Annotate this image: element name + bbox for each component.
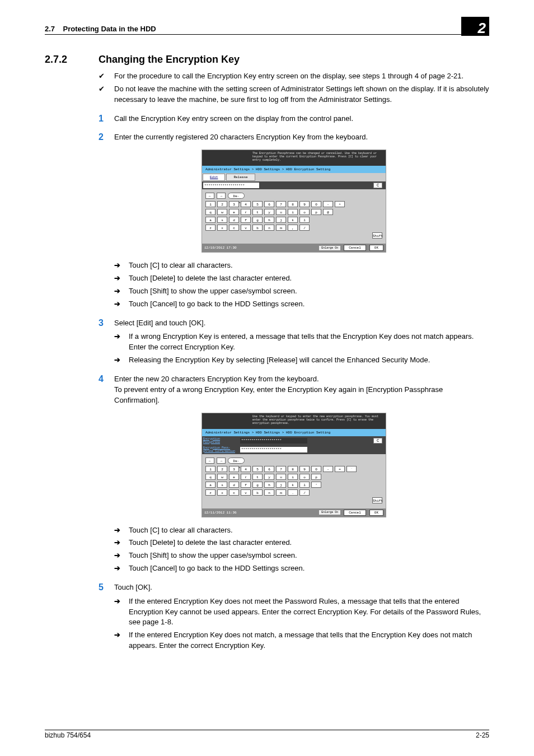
cancel-button[interactable]: Cancel — [344, 510, 366, 516]
keyboard-key[interactable]: ` — [346, 466, 357, 472]
keyboard-key[interactable]: q — [205, 209, 216, 215]
keyboard-key[interactable]: 2 — [217, 466, 227, 472]
cancel-button[interactable]: Cancel — [344, 245, 366, 251]
keyboard-key[interactable]: x — [217, 489, 227, 496]
keyboard-key[interactable]: r — [241, 209, 251, 215]
keyboard-key[interactable]: 6 — [264, 201, 274, 207]
keyboard-key[interactable]: x — [217, 225, 227, 231]
keyboard-key[interactable]: / — [299, 225, 310, 231]
keyboard-key[interactable]: l — [299, 482, 310, 488]
keyboard-key[interactable]: p — [311, 209, 321, 215]
delete-key[interactable]: De- lete — [228, 458, 245, 464]
keyboard-key[interactable]: c — [229, 225, 239, 231]
passphrase-label[interactable]: Encryption Passphrase — [203, 437, 238, 444]
keyboard-key[interactable]: ' — [311, 482, 321, 488]
keyboard-key[interactable]: h — [264, 217, 274, 223]
ok-button[interactable]: OK — [369, 510, 383, 516]
keyboard-key[interactable]: 1 — [205, 201, 216, 207]
keyboard-key[interactable]: w — [217, 474, 227, 480]
keyboard-key[interactable]: m — [276, 489, 286, 496]
keyboard-key[interactable]: j — [276, 217, 286, 223]
keyboard-key[interactable]: l — [299, 217, 310, 223]
keyboard-key[interactable]: @ — [323, 209, 333, 215]
keyboard-key[interactable]: u — [276, 474, 286, 480]
keyboard-key[interactable]: s — [217, 217, 227, 223]
passphrase-confirm-input[interactable]: ******************** — [240, 447, 307, 452]
keyboard-key[interactable]: 0 — [311, 201, 321, 207]
arrow-left-key[interactable]: ← — [205, 193, 214, 199]
keyboard-key[interactable]: 9 — [299, 466, 310, 472]
keyboard-key[interactable]: o — [299, 209, 310, 215]
keyboard-key[interactable]: , — [288, 225, 298, 231]
keyboard-key[interactable]: 4 — [241, 466, 251, 472]
keyboard-key[interactable]: k — [288, 482, 298, 488]
keyboard-key[interactable]: 7 — [276, 201, 286, 207]
keyboard-key[interactable]: 9 — [299, 201, 310, 207]
enlarge-toggle[interactable]: Enlarge On — [319, 510, 340, 515]
keyboard-key[interactable]: i — [288, 209, 298, 215]
keyboard-key[interactable]: g — [252, 217, 263, 223]
clear-button[interactable]: C — [373, 438, 382, 444]
shift-key[interactable]: Shift — [372, 232, 382, 239]
keyboard-key[interactable]: 1 — [205, 466, 216, 472]
keyboard-key[interactable]: 5 — [252, 466, 263, 472]
keyboard-key[interactable]: y — [264, 209, 274, 215]
arrow-right-key[interactable]: → — [217, 193, 226, 199]
keyboard-key[interactable]: y — [264, 474, 274, 480]
keyboard-key[interactable]: v — [241, 489, 251, 496]
keyboard-key[interactable]: f — [241, 217, 251, 223]
release-tab[interactable]: Release — [226, 174, 255, 181]
keyboard-key[interactable]: p — [311, 474, 321, 480]
keyboard-key[interactable]: z — [205, 489, 216, 496]
arrow-right-key[interactable]: → — [217, 458, 226, 464]
keyboard-key[interactable]: b — [252, 489, 263, 496]
keyboard-key[interactable]: - — [323, 201, 333, 207]
keyboard-key[interactable]: s — [217, 482, 227, 488]
keyboard-key[interactable]: 3 — [229, 466, 239, 472]
passphrase-input[interactable]: ******************** — [203, 183, 259, 188]
keyboard-key[interactable]: g — [252, 482, 263, 488]
clear-button[interactable]: C — [373, 183, 382, 188]
keyboard-key[interactable]: - — [323, 466, 333, 472]
edit-tab[interactable]: Edit — [203, 174, 225, 181]
keyboard-key[interactable]: v — [241, 225, 251, 231]
keyboard-key[interactable]: t — [252, 209, 263, 215]
keyboard-key[interactable]: 4 — [241, 201, 251, 207]
keyboard-key[interactable]: . — [288, 489, 298, 496]
keyboard-key[interactable]: m — [276, 225, 286, 231]
keyboard-key[interactable]: a — [205, 217, 216, 223]
keyboard-key[interactable]: 6 — [264, 466, 274, 472]
keyboard-key[interactable]: d — [229, 482, 239, 488]
keyboard-key[interactable]: e — [229, 474, 239, 480]
keyboard-key[interactable]: o — [299, 474, 310, 480]
shift-key[interactable]: Shift — [372, 497, 382, 503]
keyboard-key[interactable]: 3 — [229, 201, 239, 207]
keyboard-key[interactable]: 8 — [288, 466, 298, 472]
keyboard-key[interactable]: ^ — [335, 201, 345, 207]
keyboard-key[interactable]: r — [241, 474, 251, 480]
keyboard-key[interactable]: 5 — [252, 201, 263, 207]
keyboard-key[interactable]: 8 — [288, 201, 298, 207]
ok-button[interactable]: OK — [369, 245, 383, 251]
passphrase-confirm-label[interactable]: Encryption Pass- phrase Confirmation — [203, 446, 238, 453]
arrow-left-key[interactable]: ← — [205, 458, 214, 464]
keyboard-key[interactable]: 7 — [276, 466, 286, 472]
keyboard-key[interactable]: z — [205, 225, 216, 231]
keyboard-key[interactable]: e — [229, 209, 239, 215]
keyboard-key[interactable]: k — [288, 217, 298, 223]
keyboard-key[interactable]: i — [288, 474, 298, 480]
keyboard-key[interactable]: f — [241, 482, 251, 488]
keyboard-key[interactable]: 2 — [217, 201, 227, 207]
keyboard-key[interactable]: a — [205, 482, 216, 488]
keyboard-key[interactable]: b — [252, 225, 263, 231]
keyboard-key[interactable]: = — [335, 466, 345, 472]
keyboard-key[interactable]: c — [229, 489, 239, 496]
keyboard-key[interactable]: w — [217, 209, 227, 215]
keyboard-key[interactable]: h — [264, 482, 274, 488]
keyboard-key[interactable]: d — [229, 217, 239, 223]
keyboard-key[interactable]: / — [299, 489, 310, 496]
keyboard-key[interactable]: t — [252, 474, 263, 480]
keyboard-key[interactable]: 0 — [311, 466, 321, 472]
enlarge-toggle[interactable]: Enlarge On — [319, 246, 340, 250]
keyboard-key[interactable]: n — [264, 225, 274, 231]
